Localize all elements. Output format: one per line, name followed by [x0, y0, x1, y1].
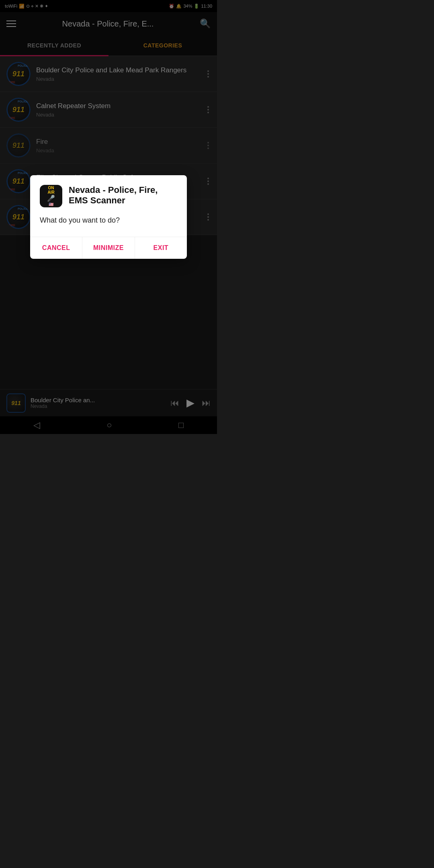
- exit-button[interactable]: EXIT: [135, 237, 187, 259]
- dialog-overlay: ONAIR 🎤 🇺🇸 Nevada - Police, Fire, EMS Sc…: [0, 0, 217, 434]
- action-dialog: ONAIR 🎤 🇺🇸 Nevada - Police, Fire, EMS Sc…: [30, 175, 187, 259]
- minimize-button[interactable]: MINIMIZE: [82, 237, 135, 259]
- dialog-actions: CANCEL MINIMIZE EXIT: [30, 237, 187, 259]
- cancel-button[interactable]: CANCEL: [30, 237, 82, 259]
- dialog-title: Nevada - Police, Fire, EMS Scanner: [69, 185, 177, 206]
- dialog-header: ONAIR 🎤 🇺🇸 Nevada - Police, Fire, EMS Sc…: [40, 185, 177, 207]
- dialog-app-icon-onair: ONAIR: [47, 186, 55, 194]
- dialog-app-icon: ONAIR 🎤 🇺🇸: [40, 185, 62, 207]
- dialog-message: What do you want to do?: [40, 215, 177, 225]
